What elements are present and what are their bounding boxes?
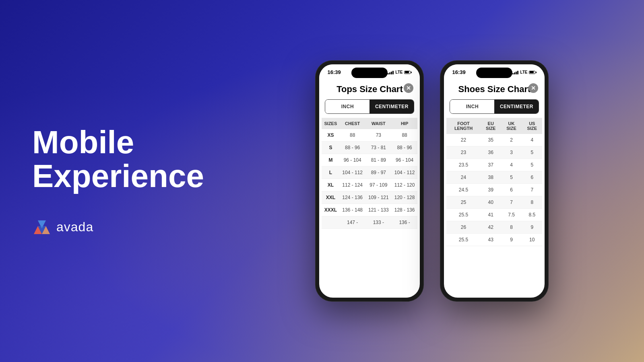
table-row: 264289 <box>446 221 542 234</box>
foot-length-cell: 25.5 <box>446 209 480 221</box>
hero-title: MobileExperience <box>32 125 204 193</box>
phone2-content: Shoes Size Chart ✕ INCH CENTIMETER FOOTL… <box>444 78 545 298</box>
shoes-header-row: FOOTLENGTH EUSIZE UKSIZE USSIZE <box>446 118 542 134</box>
tops-col-waist: WAIST <box>365 118 392 129</box>
battery-1 <box>404 71 412 74</box>
phone1-toggle-centimeter[interactable]: CENTIMETER <box>369 100 414 113</box>
tops-size-table: SIZES CHEST WAIST HIP XS887388S88 - 9673… <box>322 118 417 229</box>
logo-area: avada <box>32 217 204 237</box>
size-value-cell: 7 <box>501 196 522 209</box>
size-value-cell: 6 <box>501 184 522 196</box>
size-value-cell: 109 - 121 <box>365 191 392 204</box>
shoes-col-eu: EUSIZE <box>481 118 501 134</box>
phone1-screen: 16:39 LTE <box>319 64 420 298</box>
size-value-cell: 128 - 136 <box>392 204 418 216</box>
table-row: 254078 <box>446 196 542 209</box>
size-value-cell: 4 <box>501 159 522 171</box>
size-value-cell: 35 <box>481 134 501 146</box>
signal-bars-2 <box>512 70 518 74</box>
table-row: XXL124 - 136109 - 121120 - 128 <box>322 191 417 204</box>
size-value-cell: 88 - 96 <box>392 142 418 154</box>
shoes-size-table: FOOTLENGTH EUSIZE UKSIZE USSIZE 22352423… <box>446 118 542 246</box>
size-label-cell: L <box>322 167 339 179</box>
table-row: 25.543910 <box>446 234 542 246</box>
size-value-cell: 88 <box>339 129 365 142</box>
phone2-toggle-centimeter[interactable]: CENTIMETER <box>494 100 539 113</box>
phone2-close-btn[interactable]: ✕ <box>528 83 538 93</box>
phone1-toggle-group: INCH CENTIMETER <box>325 99 414 114</box>
size-value-cell: 6 <box>522 171 542 184</box>
phone2-frame: 16:39 LTE <box>440 60 549 302</box>
table-row: 147 -133 -136 - <box>322 216 417 229</box>
table-row: L104 - 11289 - 97104 - 112 <box>322 167 417 179</box>
size-value-cell: 43 <box>481 234 501 246</box>
signal-bars-1 <box>388 70 394 74</box>
table-row: XS887388 <box>322 129 417 142</box>
avada-logo-text: avada <box>56 220 93 234</box>
foot-length-cell: 25 <box>446 196 480 209</box>
size-value-cell: 121 - 133 <box>365 204 392 216</box>
size-label-cell: XXXL <box>322 204 339 216</box>
avada-logo-icon <box>32 217 52 237</box>
phone1-content: Tops Size Chart ✕ INCH CENTIMETER SIZES <box>319 78 420 298</box>
phone1-status-icons: LTE <box>388 70 412 74</box>
size-value-cell: 104 - 112 <box>392 167 418 179</box>
phone1-toggle-inch[interactable]: INCH <box>325 100 369 113</box>
size-value-cell: 36 <box>481 146 501 159</box>
shoes-col-foot: FOOTLENGTH <box>446 118 480 134</box>
left-section: MobileExperience avada <box>0 0 228 362</box>
foot-length-cell: 26 <box>446 221 480 234</box>
size-label-cell: XL <box>322 179 339 191</box>
dynamic-island-2 <box>476 68 512 78</box>
table-row: M96 - 10481 - 8996 - 104 <box>322 154 417 167</box>
phone2-status-icons: LTE <box>512 70 537 74</box>
phone1-close-btn[interactable]: ✕ <box>404 83 413 93</box>
phone1-frame: 16:39 LTE <box>315 60 424 302</box>
size-value-cell: 8 <box>501 221 522 234</box>
size-value-cell: 136 - <box>392 216 418 229</box>
size-value-cell: 7 <box>522 184 542 196</box>
size-value-cell: 89 - 97 <box>365 167 392 179</box>
size-value-cell: 8.5 <box>522 209 542 221</box>
phone2-time: 16:39 <box>452 69 465 75</box>
size-value-cell: 73 <box>365 129 392 142</box>
size-value-cell: 133 - <box>365 216 392 229</box>
size-value-cell: 42 <box>481 221 501 234</box>
phone1-table: SIZES CHEST WAIST HIP XS887388S88 - 9673… <box>322 118 417 298</box>
shoes-col-us: USSIZE <box>522 118 542 134</box>
size-value-cell: 136 - 148 <box>339 204 365 216</box>
size-value-cell: 112 - 124 <box>339 179 365 191</box>
shoes-col-uk: UKSIZE <box>501 118 522 134</box>
phone2-title: Shoes Size Chart <box>458 84 531 95</box>
phone2-toggle-inch[interactable]: INCH <box>450 100 494 113</box>
size-value-cell: 124 - 136 <box>339 191 365 204</box>
phone1-title-row: Tops Size Chart ✕ <box>319 78 420 99</box>
table-row: XXXL136 - 148121 - 133128 - 136 <box>322 204 417 216</box>
size-value-cell: 3 <box>501 146 522 159</box>
foot-length-cell: 24 <box>446 171 480 184</box>
phone2-table-wrap: FOOTLENGTH EUSIZE UKSIZE USSIZE 22352423… <box>446 118 542 246</box>
lte-label-2: LTE <box>520 70 527 74</box>
phone1-title: Tops Size Chart <box>336 84 403 95</box>
size-label-cell <box>322 216 339 229</box>
table-row: 25.5417.58.5 <box>446 209 542 221</box>
tops-col-chest: CHEST <box>339 118 365 129</box>
size-label-cell: XS <box>322 129 339 142</box>
table-row: 233635 <box>446 146 542 159</box>
battery-2 <box>529 71 537 74</box>
foot-length-cell: 25.5 <box>446 234 480 246</box>
size-label-cell: XXL <box>322 191 339 204</box>
size-value-cell: 10 <box>522 234 542 246</box>
size-label-cell: M <box>322 154 339 167</box>
size-value-cell: 5 <box>501 171 522 184</box>
size-value-cell: 39 <box>481 184 501 196</box>
foot-length-cell: 22 <box>446 134 480 146</box>
size-value-cell: 37 <box>481 159 501 171</box>
phone2-table: FOOTLENGTH EUSIZE UKSIZE USSIZE 22352423… <box>446 118 542 298</box>
phone2-screen: 16:39 LTE <box>444 64 545 298</box>
size-value-cell: 9 <box>501 234 522 246</box>
table-row: 223524 <box>446 134 542 146</box>
table-row: 24.53967 <box>446 184 542 196</box>
phone2-title-row: Shoes Size Chart ✕ <box>444 78 545 99</box>
size-value-cell: 73 - 81 <box>365 142 392 154</box>
